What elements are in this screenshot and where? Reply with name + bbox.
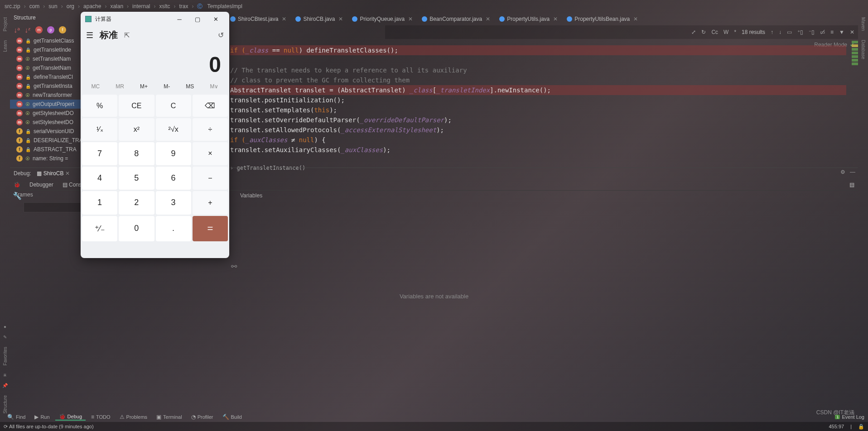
crumb[interactable]: sun	[48, 3, 57, 10]
minimize-icon[interactable]: —	[850, 169, 855, 175]
close-button[interactable]: ✕	[207, 12, 225, 26]
editor-tab[interactable]: PropertyUtils.java✕	[496, 13, 561, 25]
crumb[interactable]: xalan	[110, 3, 123, 10]
console-tab[interactable]: ▤ Cons	[63, 182, 82, 188]
crumb[interactable]: internal	[132, 3, 150, 10]
calc-key-+[interactable]: +	[193, 191, 228, 214]
editor-tab[interactable]: PriorityQueue.java✕	[348, 13, 416, 25]
calc-key-2[interactable]: 2	[119, 191, 154, 214]
show-methods-icon[interactable]: m	[35, 26, 43, 34]
mminus-button[interactable]: M-	[164, 83, 170, 90]
wrench-icon[interactable]: 🔧	[13, 192, 22, 200]
close-find[interactable]: ✕	[850, 29, 854, 35]
crumb[interactable]: trax	[179, 3, 188, 10]
match-case[interactable]: Cc	[711, 29, 718, 35]
calc-key-4[interactable]: 4	[82, 167, 117, 190]
maven-tool[interactable]: Maven	[861, 13, 866, 35]
calc-key-C[interactable]: C	[156, 95, 191, 117]
crumb[interactable]: src.zip	[5, 3, 20, 10]
calc-key-8[interactable]: 8	[119, 142, 154, 165]
maximize-button[interactable]: ▢	[188, 12, 207, 26]
next-match[interactable]: ↓	[779, 29, 781, 35]
calc-key-÷[interactable]: ÷	[193, 118, 228, 140]
lock-icon[interactable]: 🔒	[858, 424, 864, 430]
exclude-icon[interactable]: ▭̸	[820, 29, 825, 35]
close-tab-icon[interactable]: ✕	[633, 16, 638, 22]
code-editor[interactable]: if (_class == null) defineTransletClasse…	[230, 45, 846, 173]
database-tool[interactable]: Database	[861, 35, 866, 64]
calc-key-CE[interactable]: CE	[119, 95, 154, 117]
close-tab-icon[interactable]: ✕	[338, 16, 343, 22]
mr-button[interactable]: MR	[116, 83, 124, 90]
calc-key-×[interactable]: ×	[193, 142, 228, 165]
line-sep[interactable]: |	[850, 424, 852, 429]
show-fields-icon[interactable]: f	[59, 26, 66, 34]
calc-key-=[interactable]: =	[193, 216, 228, 241]
refresh-icon[interactable]: ↻	[701, 29, 706, 35]
calc-key-1[interactable]: 1	[82, 191, 117, 214]
find-tab[interactable]: 🔍Find	[4, 414, 29, 420]
calc-key-⌫[interactable]: ⌫	[193, 95, 228, 117]
minimize-button[interactable]: ─	[170, 12, 188, 26]
pin-icon[interactable]: 📌	[2, 383, 8, 388]
layout-icon[interactable]: ▤	[849, 182, 854, 188]
calc-key-¹⁄ₓ[interactable]: ¹⁄ₓ	[82, 118, 117, 140]
calc-key-.[interactable]: .	[156, 216, 191, 241]
sort2-icon[interactable]: ↓ᶻ	[24, 26, 31, 34]
calc-key-7[interactable]: 7	[82, 142, 117, 165]
crumb[interactable]: xsltc	[159, 3, 170, 10]
problems-tab[interactable]: ⚠Problems	[116, 414, 151, 420]
link-icon[interactable]: ⚯	[231, 262, 237, 271]
debug-config-tab[interactable]: ▦ ShiroCB ✕	[37, 170, 70, 177]
build-tab[interactable]: 🔨Build	[219, 414, 246, 420]
calc-titlebar[interactable]: 计算器 ─ ▢ ✕	[81, 12, 229, 26]
filter-icon[interactable]: ▼	[839, 29, 844, 35]
crumb[interactable]: TemplatesImpl	[207, 3, 242, 10]
cursor-position[interactable]: 455:97	[829, 424, 844, 429]
calc-key-3[interactable]: 3	[156, 191, 191, 214]
calc-key-0[interactable]: 0	[119, 216, 154, 241]
calc-key-−[interactable]: −	[193, 167, 228, 190]
crumb[interactable]: apache	[83, 3, 101, 10]
hamburger-icon[interactable]: ☰	[86, 30, 93, 40]
ms-button[interactable]: MS	[186, 83, 194, 90]
calc-key-9[interactable]: 9	[156, 142, 191, 165]
editor-tab[interactable]: ShiroCB.java✕	[292, 13, 347, 25]
calculator-window[interactable]: 计算器 ─ ▢ ✕ ☰ 标准 ⇱ ↺ 0 MC MR M+ M- MS M∨ %…	[81, 12, 229, 258]
terminal-tab[interactable]: ▣Terminal	[153, 414, 186, 420]
profiler-tab[interactable]: ◔Profiler	[188, 414, 217, 420]
run-tab[interactable]: ▶Run	[31, 414, 53, 420]
mplus-button[interactable]: M+	[140, 83, 148, 90]
remove-selection-icon[interactable]: ⁻▯	[809, 29, 815, 35]
select-all-icon[interactable]: ▭	[787, 29, 792, 35]
close-tab-icon[interactable]: ✕	[282, 16, 286, 22]
calc-key-5[interactable]: 5	[119, 167, 154, 190]
close-tab-icon[interactable]: ✕	[486, 16, 490, 22]
crumb[interactable]: org	[67, 3, 74, 10]
sync-icon[interactable]: ⟳	[4, 424, 8, 430]
editor-tab[interactable]: BeanComparator.java✕	[418, 13, 494, 25]
close-tab-icon[interactable]: ✕	[408, 16, 413, 22]
regex[interactable]: *	[734, 29, 736, 35]
sort-icon[interactable]: ↓ᵃ	[14, 26, 20, 34]
settings-icon[interactable]: ⛯	[3, 373, 7, 378]
calc-key-²√x[interactable]: ²√x	[156, 118, 191, 140]
close-icon[interactable]: ✕	[65, 170, 70, 177]
edit-icon[interactable]: ✎	[3, 335, 7, 340]
crumb[interactable]: com	[29, 3, 40, 10]
list-icon[interactable]: ≡	[830, 29, 834, 35]
show-properties-icon[interactable]: p	[47, 26, 54, 34]
gear-icon[interactable]: ⚙	[840, 169, 845, 175]
calc-key-6[interactable]: 6	[156, 167, 191, 190]
editor-tab[interactable]: PropertyUtilsBean.java✕	[563, 13, 641, 25]
mc-button[interactable]: MC	[92, 83, 100, 90]
bug-icon[interactable]: 🐞	[14, 182, 20, 188]
favorites-tool[interactable]: Favorites	[3, 342, 8, 370]
history-icon[interactable]: ↺	[218, 31, 224, 39]
editor-tab[interactable]: ShiroCBtest.java✕	[227, 13, 290, 25]
keep-on-top-icon[interactable]: ⇱	[124, 31, 130, 39]
expand-icon[interactable]: ⤢	[691, 29, 696, 35]
calc-key-⁺⁄₋[interactable]: ⁺⁄₋	[82, 216, 117, 241]
todo-tab[interactable]: ≡TODO	[87, 414, 114, 420]
project-tool[interactable]: Project	[3, 13, 8, 36]
